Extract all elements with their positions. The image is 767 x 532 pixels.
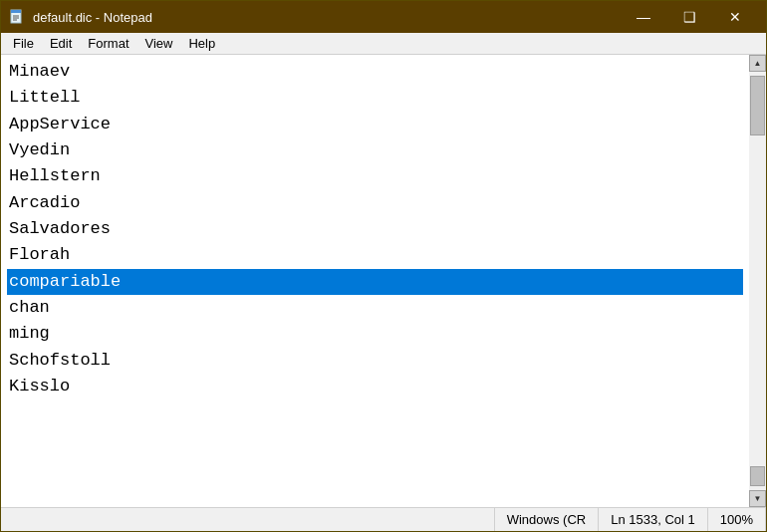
text-line: Minaev <box>7 59 743 85</box>
status-bar: Windows (CR Ln 1533, Col 1 100% <box>1 507 766 531</box>
text-line: Vyedin <box>7 137 743 163</box>
menu-format[interactable]: Format <box>80 34 136 53</box>
menu-bar: File Edit Format View Help <box>1 33 766 55</box>
text-line: Kisslo <box>7 374 743 399</box>
menu-help[interactable]: Help <box>180 34 223 53</box>
status-zoom: 100% <box>708 508 766 531</box>
restore-button[interactable]: ❑ <box>666 1 712 33</box>
svg-rect-1 <box>11 10 21 13</box>
text-line: Arcadio <box>7 190 743 216</box>
window-controls: — ❑ ✕ <box>621 1 758 33</box>
text-line: chan <box>7 295 743 321</box>
text-line: Schofstoll <box>7 348 743 374</box>
scrollbar-thumb-bottom[interactable] <box>750 466 765 486</box>
text-line: Florah <box>7 242 743 268</box>
content-area: MinaevLittellAppServiceVyedinHellsternAr… <box>1 55 766 507</box>
status-position: Ln 1533, Col 1 <box>599 508 708 531</box>
menu-edit[interactable]: Edit <box>42 34 80 53</box>
status-encoding: Windows (CR <box>495 508 599 531</box>
text-line: AppService <box>7 112 743 137</box>
scroll-up-button[interactable]: ▲ <box>749 55 766 72</box>
status-empty <box>1 508 495 531</box>
window-title: default.dic - Notepad <box>33 10 621 25</box>
text-line: Hellstern <box>7 163 743 189</box>
menu-file[interactable]: File <box>5 34 42 53</box>
text-line: Littell <box>7 85 743 111</box>
text-line: ming <box>7 321 743 347</box>
minimize-button[interactable]: — <box>621 1 666 33</box>
text-editor[interactable]: MinaevLittellAppServiceVyedinHellsternAr… <box>1 55 749 507</box>
notepad-window: default.dic - Notepad — ❑ ✕ File Edit Fo… <box>0 0 767 532</box>
text-line: Salvadores <box>7 216 743 242</box>
text-line: compariable <box>7 269 743 295</box>
title-bar: default.dic - Notepad — ❑ ✕ <box>1 1 766 33</box>
scrollbar-track-area[interactable] <box>749 72 766 490</box>
scrollbar-thumb[interactable] <box>750 76 765 135</box>
menu-view[interactable]: View <box>137 34 181 53</box>
scroll-down-button[interactable]: ▼ <box>749 490 766 507</box>
app-icon <box>9 9 25 25</box>
close-button[interactable]: ✕ <box>712 1 758 33</box>
scrollbar[interactable]: ▲ ▼ <box>749 55 766 507</box>
